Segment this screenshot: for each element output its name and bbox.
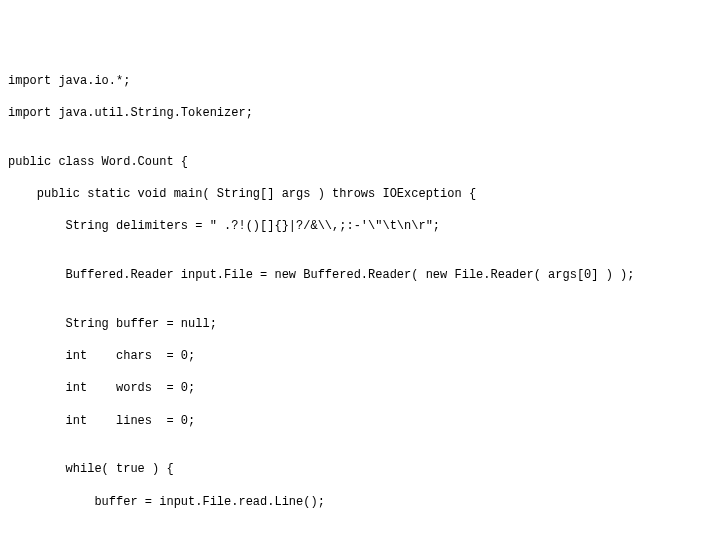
code-line: public static void main( String[] args )… xyxy=(8,186,712,202)
code-line: while( true ) { xyxy=(8,461,712,477)
code-line: Buffered.Reader input.File = new Buffere… xyxy=(8,267,712,283)
code-line: int lines = 0; xyxy=(8,413,712,429)
code-line: import java.util.String.Tokenizer; xyxy=(8,105,712,121)
code-line: int chars = 0; xyxy=(8,348,712,364)
code-line: String buffer = null; xyxy=(8,316,712,332)
code-line: String delimiters = " .?!()[]{}|?/&\\,;:… xyxy=(8,218,712,234)
code-line: public class Word.Count { xyxy=(8,154,712,170)
code-line: import java.io.*; xyxy=(8,73,712,89)
code-line: int words = 0; xyxy=(8,380,712,396)
code-line: buffer = input.File.read.Line(); xyxy=(8,494,712,510)
